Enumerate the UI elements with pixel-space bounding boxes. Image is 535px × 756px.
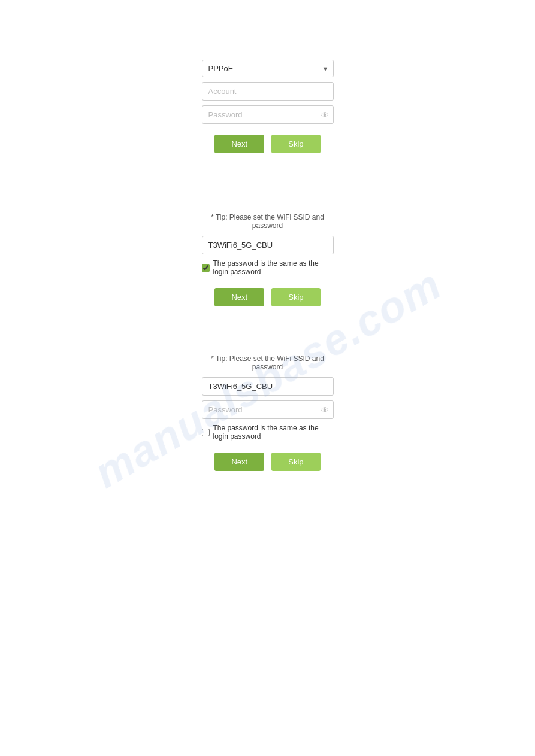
same-password-checkbox-3[interactable] [202,429,210,436]
section3-buttons: Next Skip [214,453,320,471]
ssid-input-3[interactable] [202,377,334,396]
password-input[interactable] [202,105,334,124]
wifi-form-unchecked: * Tip: Please set the WiFi SSID and pass… [202,354,334,471]
eye-off-icon-3[interactable]: 👁 [321,405,329,415]
section-wifi-unchecked: * Tip: Please set the WiFi SSID and pass… [0,318,535,483]
section-wifi-checked: * Tip: Please set the WiFi SSID and pass… [0,165,535,318]
same-password-checkbox-2[interactable] [202,264,210,272]
password-wrapper: 👁 [202,105,334,124]
section2-next-button[interactable]: Next [214,288,264,306]
wifi-password-wrapper: 👁 [202,400,334,419]
tip-text-2: * Tip: Please set the WiFi SSID and pass… [202,213,334,230]
tip-text-3: * Tip: Please set the WiFi SSID and pass… [202,354,334,371]
account-input[interactable] [202,82,334,101]
eye-off-icon[interactable]: 👁 [321,110,329,120]
checkbox-row-3: The password is the same as the login pa… [202,424,334,441]
section-pppoe: PPPoE DHCP Static IP ▼ 👁 Next Skip [0,0,535,165]
connection-type-wrapper: PPPoE DHCP Static IP ▼ [202,60,334,77]
section3-next-button[interactable]: Next [214,453,264,471]
wifi-form-checked: * Tip: Please set the WiFi SSID and pass… [202,213,334,306]
ssid-input-2[interactable] [202,236,334,254]
same-password-label-2: The password is the same as the login pa… [213,259,334,276]
same-password-label-3: The password is the same as the login pa… [213,424,334,441]
connection-type-select[interactable]: PPPoE DHCP Static IP [202,60,334,77]
section1-next-button[interactable]: Next [214,135,264,153]
section1-skip-button[interactable]: Skip [271,135,320,153]
section2-buttons: Next Skip [214,288,320,306]
checkbox-row-2: The password is the same as the login pa… [202,259,334,276]
section2-skip-button[interactable]: Skip [271,288,320,306]
section1-buttons: Next Skip [214,135,320,153]
wifi-password-input[interactable] [202,400,334,419]
pppoe-form: PPPoE DHCP Static IP ▼ 👁 Next Skip [202,60,334,153]
section3-skip-button[interactable]: Skip [271,453,320,471]
